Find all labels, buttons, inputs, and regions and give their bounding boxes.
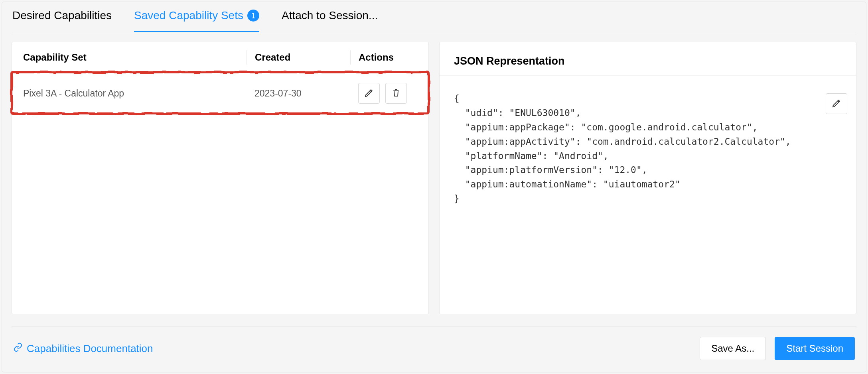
edit-button[interactable] xyxy=(358,83,380,104)
tab-saved-capability-sets[interactable]: Saved Capability Sets 1 xyxy=(134,2,259,32)
table-row[interactable]: Pixel 3A - Calculator App 2023-07-30 xyxy=(12,73,428,116)
link-icon xyxy=(13,343,23,355)
table-header: Capability Set Created Actions xyxy=(12,42,428,73)
json-panel-header: JSON Representation xyxy=(440,42,856,76)
pencil-icon xyxy=(832,98,841,109)
pencil-icon xyxy=(364,88,374,99)
start-session-button[interactable]: Start Session xyxy=(775,337,855,360)
tab-desired-capabilities[interactable]: Desired Capabilities xyxy=(12,2,112,32)
json-code-block: { "udid": "ENUL630010", "appium:appPacka… xyxy=(454,92,842,206)
cell-actions xyxy=(350,83,417,104)
saved-count-badge: 1 xyxy=(247,10,259,22)
footer-bar: Capabilities Documentation Save As... St… xyxy=(12,326,856,372)
capability-sets-panel: Capability Set Created Actions Pixel 3A … xyxy=(12,42,429,314)
edit-json-button[interactable] xyxy=(826,93,847,114)
capabilities-documentation-link[interactable]: Capabilities Documentation xyxy=(13,343,153,355)
json-representation-panel: JSON Representation { "udid": "ENUL63001… xyxy=(439,42,856,314)
tab-attach-to-session[interactable]: Attach to Session... xyxy=(282,2,378,32)
save-as-button[interactable]: Save As... xyxy=(700,337,766,360)
content-area: Capability Set Created Actions Pixel 3A … xyxy=(12,32,856,326)
delete-button[interactable] xyxy=(385,83,407,104)
tab-label: Saved Capability Sets xyxy=(134,9,243,22)
footer-buttons: Save As... Start Session xyxy=(700,337,855,360)
doc-link-label: Capabilities Documentation xyxy=(27,343,153,355)
json-body: { "udid": "ENUL630010", "appium:appPacka… xyxy=(440,76,856,222)
column-header-created: Created xyxy=(247,50,350,65)
cell-created-date: 2023-07-30 xyxy=(247,88,350,99)
trash-icon xyxy=(391,88,401,99)
json-panel-title: JSON Representation xyxy=(454,55,842,67)
column-header-capability-set: Capability Set xyxy=(23,50,247,65)
tabs-bar: Desired Capabilities Saved Capability Se… xyxy=(12,2,856,32)
column-header-actions: Actions xyxy=(350,50,417,65)
tab-label: Desired Capabilities xyxy=(12,9,112,22)
main-container: Desired Capabilities Saved Capability Se… xyxy=(2,2,866,372)
tab-label: Attach to Session... xyxy=(282,9,378,22)
cell-capability-set-name: Pixel 3A - Calculator App xyxy=(23,88,247,99)
